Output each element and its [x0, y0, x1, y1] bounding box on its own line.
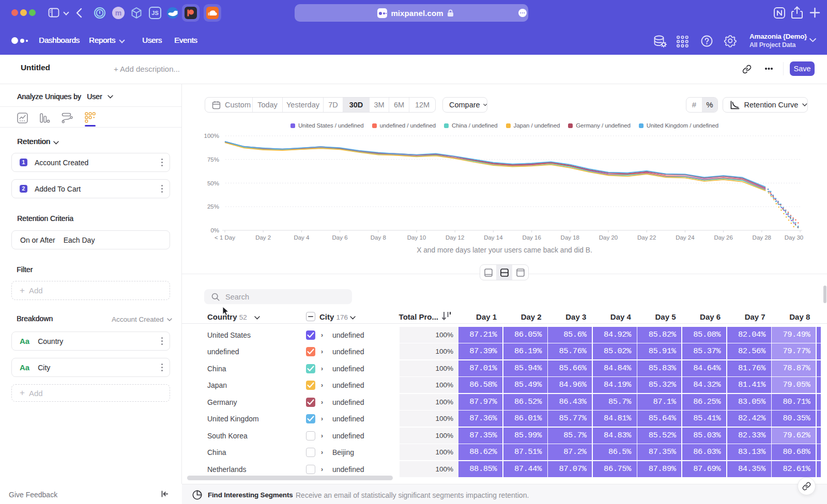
svg-text:Day 8: Day 8 — [371, 234, 386, 241]
svg-text:Day 6: Day 6 — [332, 234, 348, 241]
svg-text:Day 22: Day 22 — [637, 234, 656, 241]
svg-text:Day 12: Day 12 — [446, 234, 464, 241]
svg-text:0%: 0% — [210, 227, 219, 233]
svg-text:Day 28: Day 28 — [753, 234, 771, 241]
svg-text:Day 20: Day 20 — [599, 234, 618, 241]
svg-text:< 1 Day: < 1 Day — [215, 234, 235, 241]
svg-text:Day 30: Day 30 — [785, 234, 803, 241]
svg-text:75%: 75% — [207, 156, 219, 163]
svg-text:Day 26: Day 26 — [714, 234, 732, 241]
svg-text:Day 24: Day 24 — [676, 234, 695, 241]
svg-text:50%: 50% — [207, 180, 219, 186]
svg-text:Day 10: Day 10 — [407, 234, 426, 241]
svg-text:Day 14: Day 14 — [484, 234, 503, 241]
svg-text:100%: 100% — [204, 133, 219, 139]
svg-text:Day 18: Day 18 — [561, 234, 579, 241]
svg-text:Day 4: Day 4 — [294, 234, 310, 241]
svg-text:25%: 25% — [207, 203, 219, 210]
svg-text:Day 16: Day 16 — [522, 234, 541, 241]
svg-text:Day 2: Day 2 — [255, 234, 271, 241]
